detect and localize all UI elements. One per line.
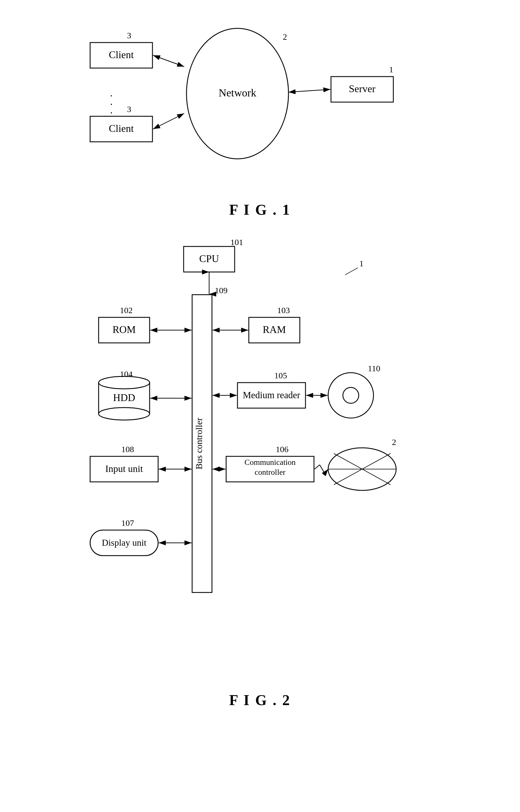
svg-text:Client: Client <box>109 123 134 134</box>
svg-text:105: 105 <box>274 371 287 380</box>
svg-line-18 <box>153 114 184 129</box>
fig1-diagram: Network 2 Server 1 Client 3 Client 3 · ·… <box>62 17 459 193</box>
svg-text:Client: Client <box>109 49 134 60</box>
svg-text:controller: controller <box>255 468 286 476</box>
svg-line-17 <box>153 55 184 67</box>
svg-text:HDD: HDD <box>113 392 135 403</box>
svg-line-70 <box>320 465 325 473</box>
svg-text:3: 3 <box>127 31 131 40</box>
fig1-label: F I G . 1 <box>229 201 291 218</box>
svg-text:Medium reader: Medium reader <box>242 390 300 400</box>
svg-text:ROM: ROM <box>112 324 135 335</box>
svg-text:103: 103 <box>277 305 290 315</box>
svg-text:102: 102 <box>120 305 133 315</box>
svg-point-43 <box>99 408 150 420</box>
svg-text:CPU: CPU <box>199 253 219 264</box>
svg-text:108: 108 <box>121 444 134 454</box>
svg-text:2: 2 <box>283 32 287 42</box>
fig2-diagram: 1 CPU 101 Bus controller 109 ROM 102 <box>62 229 459 683</box>
svg-text:110: 110 <box>368 364 380 373</box>
svg-text:Bus controller: Bus controller <box>194 418 204 470</box>
svg-text:1: 1 <box>359 259 364 268</box>
page: Network 2 Server 1 Client 3 Client 3 · ·… <box>0 0 520 812</box>
svg-text:RAM: RAM <box>262 324 286 335</box>
fig2-svg: 1 CPU 101 Bus controller 109 ROM 102 <box>62 229 459 678</box>
svg-text:106: 106 <box>276 444 288 454</box>
svg-text:1: 1 <box>389 65 393 74</box>
svg-text:Display unit: Display unit <box>102 538 146 548</box>
svg-text:107: 107 <box>121 518 134 527</box>
svg-text:101: 101 <box>230 238 243 247</box>
svg-point-52 <box>343 388 359 403</box>
fig1-svg: Network 2 Server 1 Client 3 Client 3 · ·… <box>62 17 459 193</box>
svg-text:Communication: Communication <box>244 458 295 467</box>
svg-line-19 <box>288 89 331 92</box>
svg-text:104: 104 <box>120 369 133 379</box>
svg-text:2: 2 <box>392 437 396 447</box>
fig2-label: F I G . 2 <box>229 692 291 709</box>
svg-line-69 <box>315 465 320 469</box>
svg-text:Server: Server <box>349 83 375 94</box>
svg-text:3: 3 <box>127 104 131 114</box>
svg-line-71 <box>325 469 328 473</box>
svg-text:Network: Network <box>218 87 256 99</box>
svg-line-25 <box>345 268 358 275</box>
svg-text:Input unit: Input unit <box>105 463 143 474</box>
svg-text:109: 109 <box>215 286 228 295</box>
svg-text:·: · <box>110 107 112 119</box>
